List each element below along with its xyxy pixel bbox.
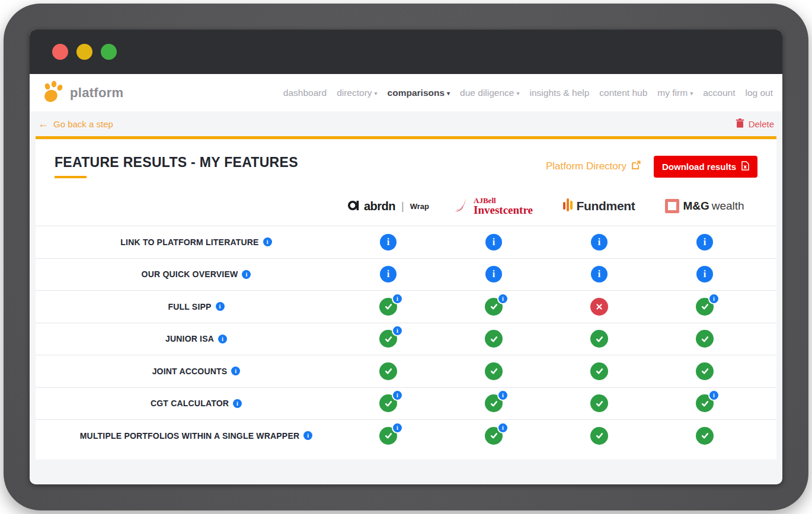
feature-info-icon[interactable]: i (231, 367, 240, 375)
feature-info-icon[interactable]: i (218, 335, 227, 343)
info-badge-icon[interactable]: i (392, 422, 403, 433)
status-cell-mgwealth (652, 427, 757, 445)
logo-divider: | (401, 200, 404, 213)
provider-logo-fundment: Fundment (546, 197, 652, 215)
nav-item-directory[interactable]: directory▾ (337, 88, 377, 98)
cross-circle-icon (590, 298, 608, 316)
nav-item-label: log out (745, 88, 773, 98)
feature-name: OUR QUICK OVERVIEW (142, 269, 238, 279)
info-badge-icon[interactable]: i (708, 390, 720, 401)
status-cell-abrdn: i (335, 427, 441, 445)
status-cell-ajbell: i (441, 234, 546, 250)
status-cell-mgwealth: i (652, 234, 757, 250)
check-circle-icon (485, 330, 503, 348)
file-excel-icon (741, 161, 749, 172)
info-badge-icon[interactable]: i (497, 422, 509, 433)
info-circle-icon[interactable]: i (485, 234, 502, 250)
provider-logo-abrdn: abrdn | Wrap (335, 198, 441, 214)
info-badge-icon[interactable]: i (708, 293, 720, 304)
platform-logo[interactable]: platform (40, 80, 123, 106)
nav-item-account[interactable]: account (703, 88, 735, 98)
status-cell-ajbell (441, 362, 546, 380)
back-arrow-icon: ← (38, 118, 49, 129)
status-cell-abrdn: i (335, 298, 441, 316)
status-cell-ajbell: i (441, 427, 546, 445)
info-circle-icon[interactable]: i (591, 266, 608, 282)
nav-item-comparisons[interactable]: comparisons▾ (388, 88, 450, 98)
header-actions: Platform Directory Download results (546, 156, 757, 178)
ajbell-swoosh-icon (455, 197, 470, 215)
feature-row: JUNIOR ISAi i (36, 323, 776, 355)
screenshot-canvas: platform dashboarddirectory▾comparisons▾… (0, 0, 812, 514)
brand-name: platform (70, 85, 123, 101)
results-card: FEATURE RESULTS - MY FEATURES Platform D… (36, 136, 776, 460)
feature-row: LINK TO PLATFORM LITERATUREiiiii (36, 226, 776, 258)
nav-item-label: comparisons (388, 88, 445, 98)
check-circle-icon (379, 362, 397, 380)
nav-item-insights-help[interactable]: insights & help (530, 88, 590, 98)
page-title: FEATURE RESULTS - MY FEATURES (55, 155, 298, 171)
feature-name: MULTIPLE PORTFOLIOS WITHIN A SINGLE WRAP… (80, 431, 300, 441)
window-titlebar (30, 30, 782, 74)
info-circle-icon[interactable]: i (380, 266, 397, 282)
check-circle-icon (696, 362, 714, 380)
paw-icon (40, 80, 65, 106)
nav-item-due-diligence[interactable]: due diligence▾ (460, 88, 519, 98)
status-cell-mgwealth (652, 330, 757, 348)
feature-label: OUR QUICK OVERVIEWi (36, 269, 335, 279)
feature-info-icon[interactable]: i (263, 237, 272, 246)
browser-window: platform dashboarddirectory▾comparisons▾… (30, 30, 782, 484)
status-cell-abrdn (335, 362, 441, 380)
check-circle-icon (590, 427, 608, 445)
status-cell-ajbell (441, 330, 546, 348)
feature-label: LINK TO PLATFORM LITERATUREi (36, 237, 335, 247)
provider-name: AJBell Investcentre (474, 197, 533, 216)
nav-item-label: account (703, 88, 735, 98)
download-results-button[interactable]: Download results (654, 156, 757, 178)
info-badge-icon[interactable]: i (497, 390, 509, 401)
status-cell-abrdn: i (335, 266, 441, 282)
check-circle-icon (590, 362, 608, 380)
abrdn-mark-icon (347, 198, 360, 214)
info-badge-icon[interactable]: i (392, 325, 403, 336)
info-circle-icon[interactable]: i (696, 234, 713, 250)
status-cell-abrdn: i (335, 394, 441, 412)
fundment-bars-icon (563, 197, 573, 215)
window-maximize-icon[interactable] (101, 44, 117, 60)
nav-item-content-hub[interactable]: content hub (599, 88, 647, 98)
info-circle-icon[interactable]: i (380, 234, 397, 250)
status-cell-ajbell: i (441, 266, 546, 282)
status-cell-fundment (546, 394, 652, 412)
info-badge-icon[interactable]: i (392, 293, 403, 304)
feature-info-icon[interactable]: i (303, 431, 312, 440)
feature-label: JUNIOR ISAi (36, 334, 335, 343)
status-cell-fundment (546, 298, 652, 316)
info-badge-icon[interactable]: i (497, 293, 509, 304)
info-circle-icon[interactable]: i (696, 266, 713, 282)
window-minimize-icon[interactable] (76, 44, 92, 60)
feature-info-icon[interactable]: i (216, 302, 225, 311)
window-close-icon[interactable] (52, 44, 68, 60)
nav-item-label: directory (337, 88, 372, 98)
chevron-down-icon: ▾ (516, 91, 519, 97)
feature-row: FULL SIPPi i i i (36, 290, 776, 323)
go-back-link[interactable]: ← Go back a step (38, 118, 113, 129)
info-badge-icon[interactable]: i (392, 390, 403, 401)
check-circle-icon (696, 427, 714, 445)
info-circle-icon[interactable]: i (591, 234, 608, 250)
provider-name: Fundment (576, 199, 635, 213)
feature-info-icon[interactable]: i (242, 270, 251, 279)
platform-directory-link[interactable]: Platform Directory (546, 160, 641, 173)
feature-name: JOINT ACCOUNTS (152, 367, 228, 376)
feature-row: OUR QUICK OVERVIEWiiiii (36, 258, 776, 291)
status-cell-mgwealth: i (652, 394, 757, 412)
feature-info-icon[interactable]: i (233, 399, 242, 408)
feature-label: JOINT ACCOUNTSi (36, 367, 335, 376)
nav-item-log-out[interactable]: log out (745, 88, 773, 98)
nav-item-dashboard[interactable]: dashboard (283, 88, 327, 98)
title-underline (55, 176, 87, 178)
delete-link[interactable]: Delete (736, 118, 774, 130)
nav-item-my-firm[interactable]: my firm▾ (657, 88, 693, 98)
check-circle-icon (696, 330, 714, 348)
info-circle-icon[interactable]: i (485, 266, 502, 282)
